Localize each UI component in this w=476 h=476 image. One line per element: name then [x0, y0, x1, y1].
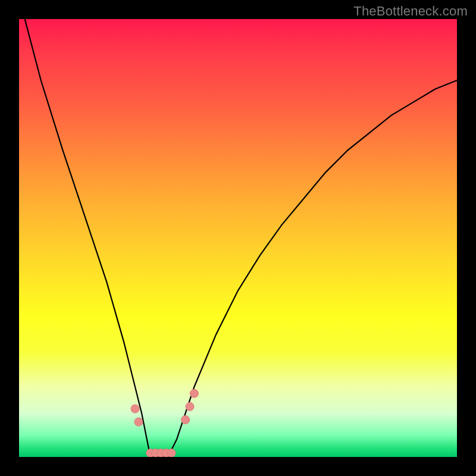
- curve-marker: [186, 402, 194, 411]
- plot-area: [19, 19, 457, 457]
- bottleneck-curve-path: [19, 19, 457, 457]
- chart-frame: TheBottleneck.com: [0, 0, 476, 476]
- curve-marker: [167, 449, 176, 457]
- curve-marker: [134, 418, 143, 426]
- curve-marker: [131, 405, 139, 413]
- curve-marker: [181, 415, 190, 424]
- bottleneck-curve-svg: [19, 19, 457, 457]
- curve-marker: [190, 389, 198, 397]
- curve-markers: [131, 389, 198, 457]
- watermark-text: TheBottleneck.com: [353, 4, 468, 19]
